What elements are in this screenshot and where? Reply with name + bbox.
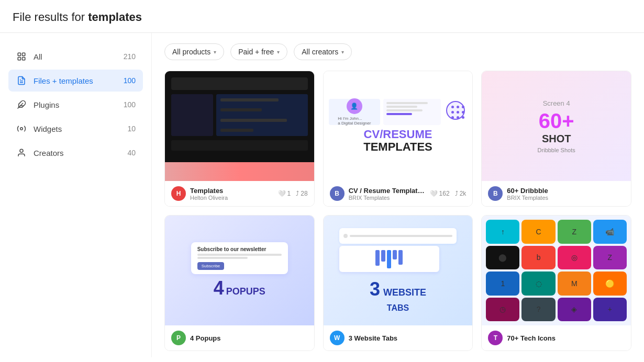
stat-likes-2: 🤍 162	[430, 190, 450, 197]
card-name-5: 3 Website Tabs	[349, 334, 467, 342]
share-icon: ⤴	[296, 190, 299, 197]
svg-rect-0	[18, 53, 20, 55]
main-content: All products ▾ Paid + free ▾ All creator…	[152, 33, 644, 357]
stat-uses-count-1: 28	[301, 190, 307, 197]
filter-creators-button[interactable]: All creators ▾	[294, 43, 352, 60]
stat-likes-count-1: 1	[287, 190, 291, 197]
filter-paid-label: Paid + free	[238, 48, 274, 56]
big-number: 60+	[539, 109, 574, 133]
result-card-5[interactable]: 3 WEBSITE TABS W 3 Website Tabs	[323, 215, 473, 351]
stat-uses-2: ⤴ 2k	[455, 190, 467, 197]
filter-creators-label: All creators	[302, 48, 338, 56]
main-layout: All 210 Files + templates 100	[0, 33, 644, 357]
heart-icon: 🤍	[430, 190, 438, 197]
card-creator-1: Helton Oliveira	[190, 195, 274, 201]
chevron-down-icon: ▾	[277, 49, 280, 55]
result-card-3[interactable]: Screen 4 60+ SHOT Dribbble Shots B 60+ D…	[481, 71, 631, 207]
card-info-1: Templates Helton Oliveira	[190, 187, 274, 201]
app-icon-14: ?	[521, 298, 555, 322]
app-icon-3: Z	[558, 220, 591, 244]
card-footer-1: H Templates Helton Oliveira 🤍 1 ⤴ 28	[165, 181, 314, 206]
widget-icon	[16, 123, 27, 134]
card-thumbnail-5: 3 WEBSITE TABS	[324, 216, 473, 325]
app-icon-10: ◌	[521, 272, 555, 296]
grid-icon	[16, 51, 27, 62]
creator-avatar-6: T	[488, 331, 503, 345]
popup-preview: Subscribe to our newsletter Subscribe	[191, 242, 288, 274]
sidebar-item-count: 100	[124, 76, 136, 85]
page-title: File results for templates	[13, 10, 631, 24]
sidebar-item-count: 210	[124, 52, 136, 61]
app-icon-11: M	[558, 272, 591, 296]
heart-icon: 🤍	[278, 190, 286, 197]
title-prefix: File results for	[13, 10, 85, 24]
svg-point-9	[20, 149, 23, 152]
app-icon-16: +	[593, 298, 627, 322]
app-icon-12: 🟡	[593, 272, 627, 296]
card-thumbnail-6: ↑ C Z 📹 ⬤ b ◎ Z 1 ◌ M 🟡 ◷ ? ◈	[482, 216, 631, 325]
card-thumbnail-2: 👤 Hi I'm John...a Digital Designer	[324, 71, 473, 181]
creator-avatar-1: H	[171, 186, 186, 201]
card-name-4: 4 Popups	[190, 334, 308, 342]
plugin-icon	[16, 99, 27, 110]
card-info-2: CV / Resume Templates | BRIX... BRIX Tem…	[349, 187, 426, 201]
result-card-2[interactable]: 👤 Hi I'm John...a Digital Designer	[323, 71, 473, 207]
app-icon-2: C	[521, 220, 555, 244]
svg-rect-3	[23, 58, 25, 60]
filter-product-button[interactable]: All products ▾	[164, 43, 224, 60]
card-footer-6: T 70+ Tech Icons	[482, 325, 631, 350]
creator-avatar-5: W	[330, 331, 345, 345]
chevron-down-icon: ▾	[341, 49, 344, 55]
sidebar-item-count: 100	[124, 100, 136, 109]
card-name-1: Templates	[190, 187, 274, 195]
stat-likes-count-2: 162	[439, 190, 450, 197]
sidebar-item-widgets[interactable]: Widgets 10	[8, 118, 143, 140]
file-icon	[16, 75, 27, 86]
card-footer-3: B 60+ Dribbble BRIX Templates	[482, 181, 631, 206]
filter-paid-button[interactable]: Paid + free ▾	[230, 43, 287, 60]
card-thumbnail-3: Screen 4 60+ SHOT Dribbble Shots	[482, 71, 631, 181]
filter-bar: All products ▾ Paid + free ▾ All creator…	[164, 43, 631, 60]
card-footer-5: W 3 Website Tabs	[324, 325, 473, 350]
big-number: 3	[370, 278, 380, 300]
sidebar: All 210 Files + templates 100	[0, 33, 152, 357]
label-popups: POPUPS	[226, 286, 265, 297]
sidebar-item-label: Widgets	[34, 125, 127, 133]
share-icon: ⤴	[455, 190, 458, 197]
result-card-4[interactable]: Subscribe to our newsletter Subscribe 4 …	[164, 215, 315, 351]
label-tabs2: TABS	[387, 303, 409, 313]
card-creator-3: BRIX Templates	[507, 195, 625, 201]
app-icon-13: ◷	[486, 298, 519, 322]
cv-big-text: CV/RESUMETEMPLATES	[363, 128, 432, 153]
card-name-6: 70+ Tech Icons	[507, 334, 625, 342]
app-icon-8: Z	[593, 246, 627, 270]
app-icon-9: 1	[486, 272, 519, 296]
sidebar-item-count: 40	[127, 149, 136, 157]
chevron-down-icon: ▾	[214, 49, 216, 55]
card-info-6: 70+ Tech Icons	[507, 334, 625, 342]
sidebar-item-creators[interactable]: Creators 40	[8, 142, 143, 164]
app-icon-15: ◈	[558, 298, 591, 322]
card-info-4: 4 Popups	[190, 334, 308, 342]
sidebar-item-label: Plugins	[34, 100, 124, 109]
sidebar-item-plugins[interactable]: Plugins 100	[8, 94, 143, 116]
card-creator-2: BRIX Templates	[349, 195, 426, 201]
sidebar-item-count: 10	[127, 125, 136, 133]
creator-avatar-4: P	[171, 331, 186, 345]
card-thumbnail-4: Subscribe to our newsletter Subscribe 4 …	[165, 216, 314, 325]
card-footer-4: P 4 Popups	[165, 325, 314, 350]
app-icon-1: ↑	[486, 220, 519, 244]
sidebar-item-all[interactable]: All 210	[8, 46, 143, 67]
svg-point-8	[20, 128, 23, 130]
result-card-6[interactable]: ↑ C Z 📹 ⬤ b ◎ Z 1 ◌ M 🟡 ◷ ? ◈	[481, 215, 631, 351]
app-icon-4: 📹	[593, 220, 627, 244]
creator-avatar-3: B	[488, 186, 503, 201]
filter-product-label: All products	[172, 48, 210, 56]
sidebar-item-files-templates[interactable]: Files + templates 100	[8, 70, 143, 92]
tagline: Dribbble Shots	[538, 147, 575, 153]
svg-rect-2	[18, 58, 20, 60]
sidebar-item-label: Files + templates	[34, 76, 124, 85]
result-card-1[interactable]: H Templates Helton Oliveira 🤍 1 ⤴ 28	[164, 71, 315, 207]
big-subtitle: SHOT	[542, 133, 571, 145]
card-footer-2: B CV / Resume Templates | BRIX... BRIX T…	[324, 181, 473, 206]
